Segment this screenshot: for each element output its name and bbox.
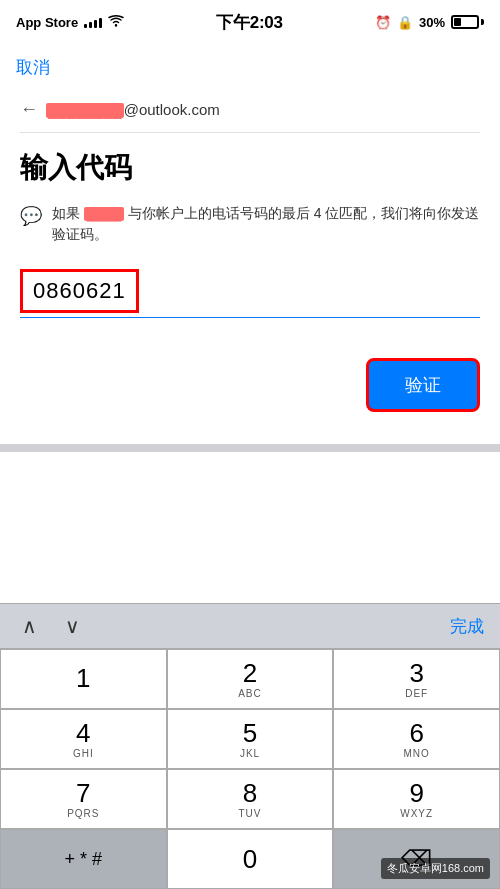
key-9[interactable]: 9 WXYZ (333, 769, 500, 829)
code-input-highlight[interactable]: 0860621 (20, 269, 139, 313)
key-1[interactable]: 1 (0, 649, 167, 709)
key-2-number: 2 (243, 660, 257, 686)
key-1-number: 1 (76, 665, 90, 691)
verify-button[interactable]: 验证 (366, 358, 480, 412)
email-domain: @outlook.com (124, 101, 220, 118)
svg-point-0 (115, 24, 117, 26)
keyboard-prev-button[interactable]: ∧ (16, 612, 43, 640)
key-9-number: 9 (409, 780, 423, 806)
key-8[interactable]: 8 TUV (167, 769, 334, 829)
key-3-letters: DEF (405, 688, 428, 699)
key-2[interactable]: 2 ABC (167, 649, 334, 709)
key-5-letters: JKL (240, 748, 260, 759)
chat-icon: 💬 (20, 205, 42, 227)
key-7-number: 7 (76, 780, 90, 806)
keyboard-next-button[interactable]: ∨ (59, 612, 86, 640)
verify-button-wrapper: 验证 (20, 358, 480, 412)
key-0[interactable]: 0 (167, 829, 334, 889)
key-7-letters: PQRS (67, 808, 99, 819)
status-right: ⏰ 🔒 30% (375, 15, 484, 30)
wifi-icon (108, 15, 124, 30)
key-4-letters: GHI (73, 748, 94, 759)
page-title: 输入代码 (20, 149, 480, 187)
code-input-container: 0860621 (20, 269, 480, 318)
keyboard-done-button[interactable]: 完成 (450, 615, 484, 638)
key-8-letters: TUV (238, 808, 261, 819)
info-box: 💬 如果 ████ 与你帐户上的电话号码的最后 4 位匹配，我们将向你发送验证码… (20, 203, 480, 245)
key-3-number: 3 (409, 660, 423, 686)
signal-icon (84, 16, 102, 28)
keyboard-nav-arrows: ∧ ∨ (16, 612, 86, 640)
key-grid: 1 2 ABC 3 DEF 4 GHI 5 JKL 6 MNO 7 PQRS (0, 649, 500, 829)
content-area: ← ████████@outlook.com 输入代码 💬 如果 ████ 与你… (0, 87, 500, 412)
key-5[interactable]: 5 JKL (167, 709, 334, 769)
key-4-number: 4 (76, 720, 90, 746)
email-display: ████████@outlook.com (46, 101, 220, 118)
status-time: 下午2:03 (216, 11, 282, 34)
key-3[interactable]: 3 DEF (333, 649, 500, 709)
code-input-value: 0860621 (33, 278, 126, 303)
battery-percent: 30% (419, 15, 445, 30)
battery-icon (451, 15, 484, 29)
code-input-inner: 0860621 (20, 269, 480, 313)
info-text: 如果 ████ 与你帐户上的电话号码的最后 4 位匹配，我们将向你发送验证码。 (52, 203, 480, 245)
key-7[interactable]: 7 PQRS (0, 769, 167, 829)
cancel-button[interactable]: 取消 (16, 52, 50, 83)
keyboard-divider (0, 444, 500, 452)
info-redacted-name: ████ (84, 207, 124, 221)
status-left: App Store (16, 15, 124, 30)
lock-icon: 🔒 (397, 15, 413, 30)
keyboard: ∧ ∨ 完成 1 2 ABC 3 DEF 4 GHI 5 JKL 6 MN (0, 603, 500, 889)
key-symbols-label: + * # (65, 850, 103, 868)
key-4[interactable]: 4 GHI (0, 709, 167, 769)
watermark: 冬瓜安卓网168.com (381, 858, 490, 879)
key-0-number: 0 (243, 846, 257, 872)
key-symbols[interactable]: + * # (0, 829, 167, 889)
back-arrow-icon: ← (20, 99, 38, 120)
alarm-icon: ⏰ (375, 15, 391, 30)
app-store-label: App Store (16, 15, 78, 30)
key-6[interactable]: 6 MNO (333, 709, 500, 769)
key-8-number: 8 (243, 780, 257, 806)
key-9-letters: WXYZ (400, 808, 433, 819)
key-5-number: 5 (243, 720, 257, 746)
key-2-letters: ABC (238, 688, 262, 699)
email-redacted-part: ████████ (46, 103, 124, 118)
key-6-number: 6 (409, 720, 423, 746)
keyboard-toolbar: ∧ ∨ 完成 (0, 603, 500, 649)
key-6-letters: MNO (403, 748, 429, 759)
status-bar: App Store 下午2:03 ⏰ 🔒 30% (0, 0, 500, 44)
email-row: ← ████████@outlook.com (20, 87, 480, 133)
nav-bar: 取消 (0, 44, 500, 87)
